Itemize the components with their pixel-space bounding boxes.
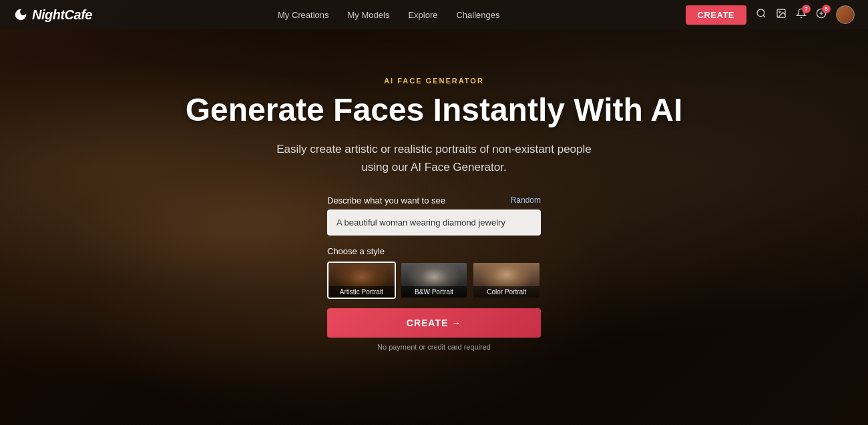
input-label-row: Describe what you want to see Random xyxy=(327,195,541,205)
style-option-artistic[interactable]: Artistic Portrait xyxy=(327,262,396,299)
random-link[interactable]: Random xyxy=(511,195,541,205)
svg-point-0 xyxy=(757,9,765,17)
gallery-icon-btn[interactable] xyxy=(776,8,787,21)
notifications-icon-btn[interactable]: 7 xyxy=(796,8,807,21)
brand-logo[interactable]: NightCafe xyxy=(13,7,92,23)
style-option-bw[interactable]: B&W Portrait xyxy=(400,262,469,299)
describe-label: Describe what you want to see xyxy=(327,195,445,205)
nightcafe-logo-icon xyxy=(13,7,28,22)
nav-explore[interactable]: Explore xyxy=(408,10,437,20)
svg-line-1 xyxy=(763,15,765,17)
nav-links: My Creations My Models Explore Challenge… xyxy=(278,10,500,20)
bw-label: B&W Portrait xyxy=(401,286,467,298)
hero-subtitle: Easily create artistic or realistic port… xyxy=(276,140,591,176)
main-title: Generate Faces Instantly With AI xyxy=(186,93,683,128)
no-payment-notice: No payment or credit card required xyxy=(327,343,541,351)
color-label: Color Portrait xyxy=(473,286,539,298)
creation-form: Describe what you want to see Random Cho… xyxy=(327,195,541,351)
style-options-row: Artistic Portrait B&W Portrait Color Por… xyxy=(327,262,541,299)
brand-name: NightCafe xyxy=(32,7,92,23)
nav-challenges[interactable]: Challenges xyxy=(456,10,499,20)
subtitle-line2: using our AI Face Generator. xyxy=(361,161,506,173)
navbar: NightCafe My Creations My Models Explore… xyxy=(0,0,868,29)
notification-badge: 7 xyxy=(802,5,811,13)
create-button-label: CREATE → xyxy=(407,318,461,328)
navbar-right-section: CREATE 7 5 xyxy=(686,5,855,25)
describe-input[interactable] xyxy=(327,209,541,236)
svg-point-3 xyxy=(779,11,781,13)
nav-my-models[interactable]: My Models xyxy=(348,10,390,20)
user-avatar[interactable] xyxy=(836,5,855,24)
section-label: AI FACE GENERATOR xyxy=(384,77,484,85)
search-icon-btn[interactable] xyxy=(756,8,767,21)
nav-my-creations[interactable]: My Creations xyxy=(278,10,329,20)
style-section-label: Choose a style xyxy=(327,246,541,256)
main-content: AI FACE GENERATOR Generate Faces Instant… xyxy=(0,29,868,425)
subtitle-line1: Easily create artistic or realistic port… xyxy=(276,143,591,155)
credits-icon-btn[interactable]: 5 xyxy=(816,8,827,21)
navbar-create-button[interactable]: CREATE xyxy=(686,5,746,25)
credits-badge: 5 xyxy=(822,5,831,13)
style-option-color[interactable]: Color Portrait xyxy=(472,262,541,299)
main-create-button[interactable]: CREATE → xyxy=(327,308,541,338)
artistic-label: Artistic Portrait xyxy=(329,286,395,298)
